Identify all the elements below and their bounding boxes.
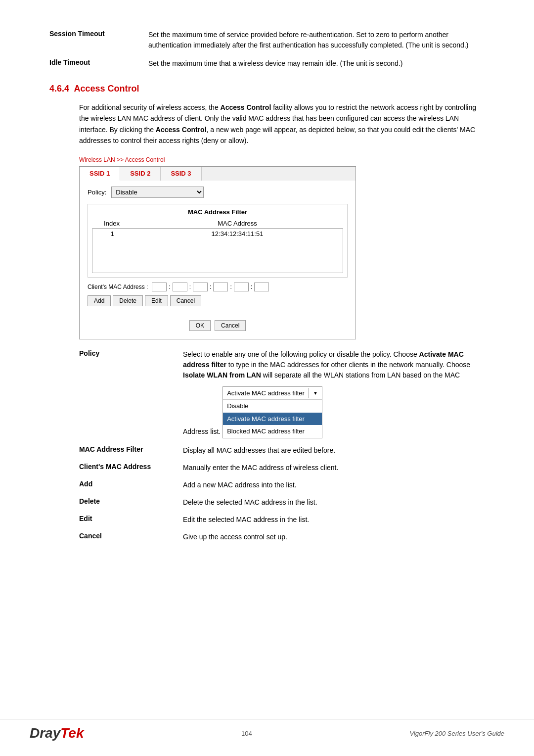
- tab-ssid1[interactable]: SSID 1: [80, 167, 120, 181]
- mac-address-col-header: MAC Address: [132, 219, 343, 228]
- ok-button[interactable]: OK: [189, 320, 211, 331]
- def-label-cancel: Cancel: [79, 532, 183, 542]
- mac-input-3[interactable]: [193, 283, 208, 291]
- intro-text: For additional security of wireless acce…: [79, 102, 485, 146]
- brand-logo: DrayTek: [30, 725, 84, 741]
- policy-dropdown-visual[interactable]: Activate MAC address filter ▼ Disable Ac…: [222, 386, 322, 438]
- colon-5: :: [251, 284, 252, 290]
- mac-list-header: Index MAC Address: [92, 219, 343, 229]
- ok-cancel-row: OK Cancel: [80, 320, 356, 331]
- mac-input-2[interactable]: [173, 283, 187, 291]
- index-col-header: Index: [92, 219, 132, 228]
- idle-timeout-desc: Set the maximum time that a wireless dev…: [148, 58, 485, 69]
- section-heading: 4.6.4 Access Control: [49, 84, 485, 94]
- tab-ssid3[interactable]: SSID 3: [161, 167, 201, 181]
- mac-filter-section: MAC Address Filter Index MAC Address 1 1…: [88, 204, 348, 278]
- def-label-policy: Policy: [79, 349, 183, 438]
- def-desc-mac-filter: Display all MAC addresses that are edite…: [183, 445, 485, 456]
- idle-timeout-row: Idle Timeout Set the maximum time that a…: [49, 58, 485, 69]
- def-row-clients-mac: Client's MAC Address Manually enter the …: [79, 463, 485, 473]
- def-desc-policy: Select to enable any one of the followin…: [183, 349, 485, 438]
- session-timeout-label: Session Timeout: [49, 30, 148, 50]
- mac-input-6[interactable]: [254, 283, 269, 291]
- edit-button[interactable]: Edit: [145, 295, 168, 306]
- breadcrumb: Wireless LAN >> Access Control: [79, 156, 485, 163]
- page-number: 104: [241, 730, 252, 737]
- mac-index-1: 1: [92, 229, 132, 238]
- policy-label: Policy:: [88, 189, 106, 196]
- def-row-delete: Delete Delete the selected MAC address i…: [79, 497, 485, 508]
- idle-timeout-label: Idle Timeout: [49, 58, 148, 69]
- brand-dray: Dray: [30, 725, 60, 741]
- policy-select[interactable]: Disable Activate MAC address filter Bloc…: [111, 187, 204, 198]
- mac-input-1[interactable]: [152, 283, 167, 291]
- def-desc-add: Add a new MAC address into the list.: [183, 480, 485, 490]
- clients-mac-row: Client's MAC Address : : : : : :: [88, 283, 348, 291]
- dropdown-option-blocked[interactable]: Blocked MAC address filter: [223, 425, 322, 438]
- session-timeout-desc: Set the maximum time of service provided…: [148, 30, 485, 50]
- add-button[interactable]: Add: [88, 295, 111, 306]
- panel-body: Policy: Disable Activate MAC address fil…: [80, 181, 356, 316]
- def-label-clients-mac: Client's MAC Address: [79, 463, 183, 473]
- mac-list-row-1: 1 12:34:12:34:11:51: [92, 229, 343, 238]
- cancel-row-button[interactable]: Cancel: [170, 295, 201, 306]
- colon-4: :: [230, 284, 231, 290]
- mac-input-4[interactable]: [213, 283, 228, 291]
- dropdown-option-disable[interactable]: Disable: [223, 400, 322, 413]
- section-number: 4.6.4: [49, 84, 69, 94]
- mac-input-5[interactable]: [234, 283, 249, 291]
- def-label-edit: Edit: [79, 515, 183, 525]
- colon-1: :: [169, 284, 170, 290]
- def-row-edit: Edit Edit the selected MAC address in th…: [79, 515, 485, 525]
- section-title: Access Control: [74, 84, 139, 94]
- def-row-policy: Policy Select to enable any one of the f…: [79, 349, 485, 438]
- guide-title: VigorFly 200 Series User's Guide: [409, 730, 504, 737]
- ssid-tabs: SSID 1 SSID 2 SSID 3: [80, 167, 356, 181]
- mac-list-box: 1 12:34:12:34:11:51: [92, 229, 343, 273]
- def-desc-edit: Edit the selected MAC address in the lis…: [183, 515, 485, 525]
- dropdown-option-activate[interactable]: Activate MAC address filter: [223, 413, 322, 425]
- cancel-button[interactable]: Cancel: [215, 320, 246, 331]
- def-desc-cancel: Give up the access control set up.: [183, 532, 485, 542]
- clients-mac-label: Client's MAC Address :: [88, 284, 148, 290]
- dropdown-header: Activate MAC address filter ▼: [223, 387, 322, 400]
- access-control-panel: SSID 1 SSID 2 SSID 3 Policy: Disable Act…: [79, 166, 356, 339]
- action-buttons-row: Add Delete Edit Cancel: [88, 295, 348, 306]
- brand-tek: Tek: [60, 725, 84, 741]
- colon-3: :: [210, 284, 211, 290]
- def-label-delete: Delete: [79, 497, 183, 508]
- page-content: Session Timeout Set the maximum time of …: [0, 0, 534, 589]
- definitions-section: Policy Select to enable any one of the f…: [79, 349, 485, 542]
- def-row-cancel: Cancel Give up the access control set up…: [79, 532, 485, 542]
- colon-2: :: [189, 284, 191, 290]
- dropdown-arrow-icon: ▼: [309, 388, 322, 398]
- mac-address-1: 12:34:12:34:11:51: [132, 229, 343, 238]
- tab-ssid2[interactable]: SSID 2: [120, 167, 161, 181]
- dropdown-selected-label: Activate MAC address filter: [223, 387, 309, 400]
- def-row-add: Add Add a new MAC address into the list.: [79, 480, 485, 490]
- top-terms: Session Timeout Set the maximum time of …: [49, 30, 485, 69]
- def-desc-clients-mac: Manually enter the MAC address of wirele…: [183, 463, 485, 473]
- policy-row: Policy: Disable Activate MAC address fil…: [88, 187, 348, 198]
- def-label-add: Add: [79, 480, 183, 490]
- session-timeout-row: Session Timeout Set the maximum time of …: [49, 30, 485, 50]
- def-row-mac-filter: MAC Address Filter Display all MAC addre…: [79, 445, 485, 456]
- delete-button[interactable]: Delete: [113, 295, 143, 306]
- def-desc-delete: Delete the selected MAC address in the l…: [183, 497, 485, 508]
- def-label-mac-filter: MAC Address Filter: [79, 445, 183, 456]
- page-footer: DrayTek 104 VigorFly 200 Series User's G…: [0, 719, 534, 741]
- mac-filter-title: MAC Address Filter: [92, 208, 343, 216]
